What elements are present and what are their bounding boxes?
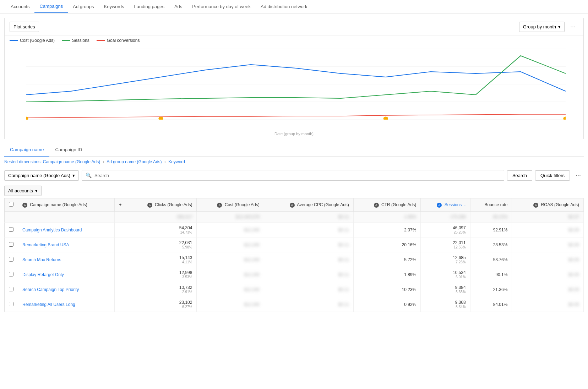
header-cost[interactable]: A Cost (Google Ads) [197,198,264,212]
legend-sessions-label: Sessions [72,38,89,43]
row-sessions: 12,6857.23% [421,252,470,267]
row-cpc: $0.11 [264,267,353,282]
nav-item-ad-groups[interactable]: Ad groups [68,0,99,13]
column-icon: A [147,203,152,208]
chart-toolbar-right: Group by month ▾ ··· [519,22,578,32]
row-ctr: 20.16% [353,237,420,252]
row-campaign-name[interactable]: Remarketing All Users Long [18,297,115,312]
row-cpc: $0.11 [264,282,353,297]
campaign-filter-button[interactable]: Campaign name (Google Ads) ▾ [4,170,79,181]
row-checkbox[interactable] [9,242,13,247]
total-campaign-cell [18,212,115,223]
group-by-button[interactable]: Group by month ▾ [519,22,565,32]
header-add-col[interactable]: + [115,198,126,212]
search-box: 🔍 [82,170,504,181]
data-table: A Campaign name (Google Ads) + A Clicks … [4,198,584,312]
row-add-cell [115,237,126,252]
row-ctr: 5.72% [353,252,420,267]
legend-cost: Cost (Google Ads) [10,38,55,43]
header-roas[interactable]: A ROAS (Google Ads) [512,198,584,212]
nested-ad-group[interactable]: Ad group name (Google Ads) [107,159,162,164]
table-header-row: A Campaign name (Google Ads) + A Clicks … [5,198,584,212]
quick-filters-button[interactable]: Quick filters [535,170,570,181]
row-sessions: 9,3685.34% [421,297,470,312]
table-row: Display Retarget Only 12,9983.53% $12,34… [5,267,584,282]
column-icon: A [217,203,222,208]
chart-more-button[interactable]: ··· [567,22,578,32]
row-campaign-name[interactable]: Remarketing Brand USA [18,237,115,252]
chart-toolbar-left: Plot series [10,22,39,32]
row-checkbox[interactable] [9,302,13,306]
accounts-label: All accounts [8,188,33,193]
table-total-row: 368,417 $12,345,678 $0.11 1.98% 175,388 … [5,212,584,223]
header-clicks[interactable]: A Clicks (Google Ads) [126,198,197,212]
row-bounce: 53.76% [470,252,512,267]
row-checkbox[interactable] [9,287,13,291]
row-campaign-name[interactable]: Search Campaign Top Priority [18,282,115,297]
row-campaign-name[interactable]: Campaign Analytics Dashboard [18,223,115,237]
tab-campaign-id[interactable]: Campaign ID [49,143,88,157]
search-input[interactable] [94,173,500,178]
row-campaign-name[interactable]: Search Max Returns [18,252,115,267]
header-bounce-rate[interactable]: Bounce rate [470,198,512,212]
nav-item-landing-pages[interactable]: Landing pages [129,0,169,13]
row-checkbox[interactable] [9,257,13,262]
row-checkbox-cell [5,297,18,312]
header-ctr[interactable]: A CTR (Google Ads) [353,198,420,212]
row-ctr: 0.92% [353,297,420,312]
nav-item-performance-by-day-of-week[interactable]: Performance by day of week [187,0,256,13]
row-cost: $12,345 [197,252,264,267]
table-tabs: Campaign name Campaign ID [4,143,584,157]
row-campaign-name[interactable]: Display Retarget Only [18,267,115,282]
total-bounce-cell: 68.15% [470,212,512,223]
tab-campaign-name[interactable]: Campaign name [4,143,49,157]
row-cost: $12,345 [197,223,264,237]
row-add-cell [115,297,126,312]
svg-point-8 [564,117,566,120]
nested-campaign-name[interactable]: Campaign name (Google Ads) [43,159,100,164]
row-add-cell [115,282,126,297]
nav-item-ads[interactable]: Ads [169,0,187,13]
row-ctr: 2.07% [353,223,420,237]
nav-item-campaigns[interactable]: Campaigns [34,0,68,13]
row-checkbox[interactable] [9,227,13,232]
header-avg-cpc[interactable]: A Average CPC (Google Ads) [264,198,353,212]
arrow-icon: › [164,159,166,164]
plot-series-button[interactable]: Plot series [10,22,39,32]
accounts-button[interactable]: All accounts ▾ [4,186,42,196]
total-sessions-cell: 175,388 [421,212,470,223]
nav-item-ad-distribution-network[interactable]: Ad distribution network [256,0,312,13]
row-cost: $12,345 [197,282,264,297]
row-cpc: $0.11 [264,297,353,312]
chart-svg: Jan 2023 Feb 2023 Mar 2023 Apr 2023 May … [26,49,566,120]
group-by-label: Group by month [523,24,556,29]
nav-item-accounts[interactable]: Accounts [6,0,34,13]
legend-goal-label: Goal conversions [107,38,140,43]
row-ctr: 1.89% [353,267,420,282]
row-checkbox[interactable] [9,272,13,276]
legend-line-red [97,40,105,41]
legend-line-green [62,40,70,41]
row-sessions: 9,3845.35% [421,282,470,297]
row-bounce: 21.36% [470,282,512,297]
chart-area: Jan 2023 Feb 2023 Mar 2023 Apr 2023 May … [5,45,583,130]
row-roas: $0.05 [512,267,584,282]
header-campaign-name[interactable]: A Campaign name (Google Ads) [18,198,115,212]
total-cpc-cell: $0.11 [264,212,353,223]
row-add-cell [115,252,126,267]
chevron-down-icon: ▾ [558,24,561,29]
row-cost: $12,345 [197,267,264,282]
row-clicks: 23,1026.27% [126,297,197,312]
total-roas-cell: $0.07 [512,212,584,223]
row-cost: $12,345 [197,237,264,252]
row-bounce: 84.01% [470,297,512,312]
nested-label: Nested dimensions: [4,159,42,164]
nested-keyword[interactable]: Keyword [168,159,185,164]
table-more-button[interactable]: ··· [573,170,584,181]
column-icon: A [22,203,27,208]
search-button[interactable]: Search [507,170,532,181]
header-sessions[interactable]: A Sessions ↓ [421,198,470,212]
nav-item-keywords[interactable]: Keywords [99,0,129,13]
select-all-checkbox[interactable] [9,202,13,207]
row-clicks: 22,0315.98% [126,237,197,252]
